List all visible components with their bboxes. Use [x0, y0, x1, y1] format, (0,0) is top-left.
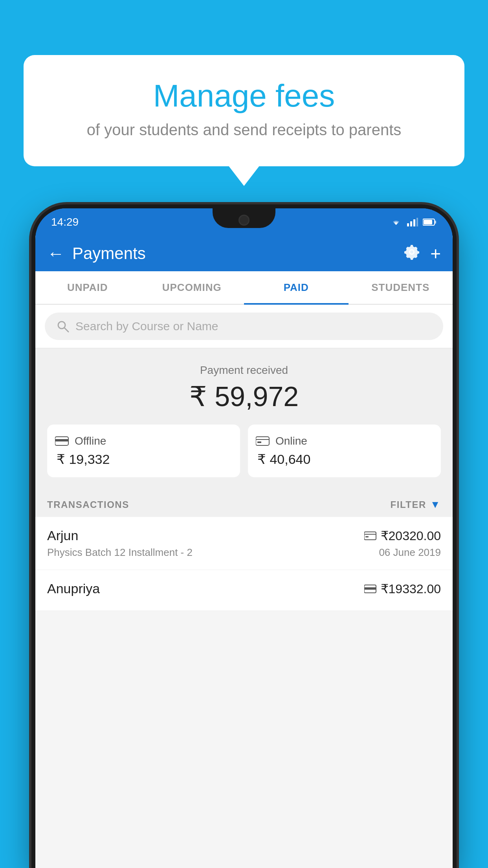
table-row[interactable]: Anupriya ₹19332.00 [35, 570, 453, 611]
payment-cards: Offline ₹ 19,332 Online [47, 425, 441, 477]
battery-icon [423, 218, 437, 226]
transaction-amount-row: ₹20320.00 [364, 528, 441, 543]
svg-rect-11 [256, 437, 269, 445]
offline-card: Offline ₹ 19,332 [47, 425, 240, 477]
top-bar: ← Payments + [35, 236, 453, 271]
add-button[interactable]: + [430, 243, 441, 264]
tab-paid[interactable]: PAID [244, 271, 349, 304]
transaction-amount-row: ₹19332.00 [364, 581, 441, 596]
online-payment-icon [256, 436, 270, 446]
svg-rect-0 [407, 223, 409, 226]
payment-received-section: Payment received ₹ 59,972 Offline ₹ 19,3… [35, 348, 453, 489]
svg-line-8 [64, 328, 68, 332]
app-content: ← Payments + UNPAID UPCOMING PAID [35, 236, 453, 868]
svg-rect-3 [416, 218, 418, 226]
wifi-icon [390, 218, 402, 226]
tab-students[interactable]: STUDENTS [349, 271, 453, 304]
page-title: Payments [72, 244, 396, 263]
speech-bubble: Manage fees of your students and send re… [24, 55, 464, 166]
tab-unpaid[interactable]: UNPAID [35, 271, 140, 304]
transaction-date: 06 June 2019 [379, 546, 441, 559]
filter-button[interactable]: FILTER ▼ [391, 498, 441, 511]
offline-label: Offline [75, 435, 106, 447]
phone-screen: 14:29 [35, 208, 453, 868]
offline-payment-icon [55, 436, 69, 446]
search-icon [57, 320, 69, 333]
transaction-name: Arjun [47, 528, 78, 543]
transaction-row-top: Anupriya ₹19332.00 [47, 581, 441, 596]
svg-rect-13 [257, 441, 261, 443]
bubble-subtitle: of your students and send receipts to pa… [43, 121, 445, 139]
status-icons [390, 218, 437, 226]
search-placeholder: Search by Course or Name [75, 320, 218, 333]
gear-icon [404, 244, 420, 260]
svg-rect-14 [364, 532, 376, 540]
online-label: Online [275, 435, 307, 447]
filter-icon: ▼ [430, 498, 441, 511]
svg-rect-18 [364, 587, 376, 590]
filter-label: FILTER [391, 499, 426, 510]
svg-rect-1 [410, 221, 412, 226]
payment-received-label: Payment received [47, 364, 441, 377]
transaction-course: Physics Batch 12 Installment - 2 [47, 546, 193, 559]
transaction-row-top: Arjun ₹20320.00 [47, 528, 441, 543]
phone-notch [213, 208, 275, 228]
status-time: 14:29 [51, 216, 79, 228]
svg-rect-6 [424, 220, 432, 224]
payment-type-icon [364, 585, 377, 593]
svg-rect-10 [55, 439, 68, 441]
transaction-amount: ₹19332.00 [381, 581, 441, 596]
transactions-label: TRANSACTIONS [47, 499, 129, 510]
search-bar[interactable]: Search by Course or Name [45, 313, 443, 340]
tabs-bar: UNPAID UPCOMING PAID STUDENTS [35, 271, 453, 305]
signal-icon [407, 218, 418, 226]
offline-amount: ₹ 19,332 [57, 451, 232, 467]
back-button[interactable]: ← [47, 244, 64, 263]
settings-button[interactable] [404, 244, 420, 264]
svg-rect-5 [435, 221, 436, 224]
phone-camera [238, 215, 250, 226]
svg-rect-16 [365, 536, 369, 537]
online-card-header: Online [256, 435, 433, 447]
phone-frame: 14:29 [31, 204, 457, 868]
top-bar-actions: + [404, 243, 441, 264]
bubble-title: Manage fees [43, 79, 445, 113]
offline-card-header: Offline [55, 435, 232, 447]
transaction-name: Anupriya [47, 581, 100, 596]
payment-type-icon [364, 531, 377, 540]
tab-upcoming[interactable]: UPCOMING [140, 271, 244, 304]
payment-amount: ₹ 59,972 [47, 381, 441, 413]
table-row[interactable]: Arjun ₹20320.00 Physics Batch 12 Install… [35, 517, 453, 570]
online-amount: ₹ 40,640 [257, 451, 433, 467]
online-card: Online ₹ 40,640 [248, 425, 441, 477]
transactions-header: TRANSACTIONS FILTER ▼ [35, 489, 453, 517]
svg-rect-2 [413, 219, 415, 226]
transaction-amount: ₹20320.00 [381, 528, 441, 543]
search-container: Search by Course or Name [35, 305, 453, 348]
transaction-row-bottom: Physics Batch 12 Installment - 2 06 June… [47, 546, 441, 559]
